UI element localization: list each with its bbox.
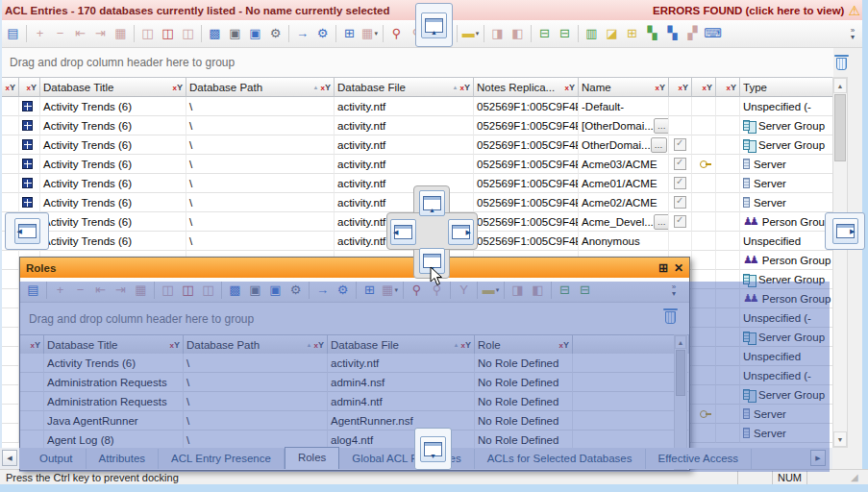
checkbox-checked[interactable] (674, 177, 686, 189)
remove-entry-icon[interactable]: − (50, 24, 70, 44)
export-icon[interactable]: → (292, 24, 312, 44)
flow-icon[interactable]: ▞ (682, 24, 703, 44)
checkbox-checked[interactable] (674, 196, 686, 209)
scroll-up-button[interactable]: ▲ (833, 78, 847, 93)
checkbox-view-icon[interactable]: ▦▾ (360, 24, 380, 44)
resize-grip[interactable]: ◢ (851, 471, 864, 484)
org-tree-icon[interactable]: ▚ (662, 24, 682, 44)
select-all-icon[interactable]: ▩ (205, 24, 225, 44)
database-properties-icon[interactable]: ▤ (3, 24, 23, 44)
cell-name: Acme_Devel...… (579, 212, 669, 232)
column-header-notes-replica[interactable]: Notes Replica...xY (474, 77, 579, 97)
toolbar-separator (335, 25, 336, 42)
cell-database-title: Activity Trends (6) (40, 97, 186, 116)
vertical-scrollbar[interactable]: ▲ ▼ (832, 77, 848, 448)
filter-icon[interactable]: xY (565, 83, 575, 92)
import-grid-icon[interactable]: ⊟ (534, 24, 555, 44)
refresh-grid-icon[interactable]: ⊟ (555, 24, 575, 44)
show-columns-icon[interactable]: ▥ (582, 24, 602, 44)
dock-guide-right[interactable]: ▶ (825, 212, 865, 250)
highlight-column-icon[interactable]: ◫ (158, 24, 178, 44)
cell-database-title: Activity Trends (6) (40, 135, 186, 155)
filter-icon[interactable]: xY (679, 83, 688, 92)
filter-icon[interactable]: xY (173, 83, 183, 92)
keyboard-icon[interactable]: ⌨ (703, 24, 723, 44)
checkbox-checked[interactable] (674, 215, 686, 228)
trash-icon[interactable] (834, 53, 849, 70)
cell-type: Server (740, 155, 833, 174)
column-header[interactable]: xY (692, 77, 716, 97)
ellipsis-button[interactable]: … (654, 214, 669, 230)
table-row[interactable]: Activity Trends (6)\activity.ntf052569F1… (1, 135, 833, 155)
shift-right-icon[interactable]: ⇥ (90, 24, 111, 44)
checkbox-checked[interactable] (674, 158, 686, 170)
freeze-right-column-icon[interactable]: ◫ (178, 24, 198, 44)
edit-cells-icon[interactable]: ◪ (602, 24, 622, 44)
dock-cross-right-button[interactable]: ▶ (448, 219, 474, 245)
close-icon[interactable]: ✕ (674, 261, 683, 275)
column-header[interactable]: xY (19, 77, 40, 97)
column-header-name[interactable]: NamexY (579, 77, 669, 97)
grid-settings-icon[interactable]: ⊞ (339, 24, 360, 44)
filter-icon[interactable]: xY (321, 83, 331, 92)
group-by-panel[interactable]: Drag and drop column header here to grou… (1, 48, 833, 77)
run-process-icon[interactable]: ⚙ (312, 24, 333, 44)
column-header[interactable]: xY (716, 77, 740, 97)
table-row[interactable]: Activity Trends (6)\activity.ntf052569F1… (1, 116, 833, 135)
select-related-icon[interactable]: ▦ (111, 24, 131, 44)
tab-scroll-left-button[interactable]: ◀ (2, 450, 17, 466)
toolbar-separator (484, 25, 484, 42)
dock-cross-up-button[interactable]: ▲ (419, 190, 445, 216)
cell-type: Server (740, 193, 833, 212)
cell-notes-icon[interactable]: ⊞ (622, 24, 642, 44)
ellipsis-button[interactable]: … (654, 118, 669, 134)
column-header-database-file[interactable]: Database File▲xY (335, 77, 474, 97)
window-frame-left (0, 0, 2, 492)
find-icon[interactable]: ⚲ (386, 24, 407, 44)
roles-window-title-bar[interactable]: Roles ⊞ ✕ (20, 258, 689, 278)
window-frame-bottom (0, 484, 868, 492)
column-header-type[interactable]: Type (740, 77, 833, 97)
table-row[interactable]: Activity Trends (6)\activity.ntf052569F1… (1, 97, 833, 116)
checkbox-checked[interactable] (674, 138, 686, 151)
dock-cross-left-button[interactable]: ◀ (390, 219, 416, 245)
notes-icon[interactable]: ▬▾ (460, 24, 481, 44)
page-title: ACL Entries - 170 databases currently li… (0, 5, 390, 16)
filter-icon[interactable]: xY (27, 83, 37, 92)
group-tree-icon[interactable]: ▚ (642, 24, 662, 44)
dock-guide-left[interactable]: ◀ (5, 212, 49, 250)
shift-left-icon[interactable]: ⇤ (70, 24, 90, 44)
cell-database-title: Activity Trends (6) (40, 193, 186, 212)
column-header-database-path[interactable]: Database Path▲xY (186, 77, 335, 97)
freeze-left-column-icon[interactable]: ◫ (137, 24, 158, 44)
cell-database-path: \ (186, 97, 335, 116)
column-header-database-title[interactable]: Database TitlexY (40, 77, 186, 97)
filter-icon[interactable]: xY (703, 83, 712, 92)
add-entry-icon[interactable]: + (30, 24, 50, 44)
warning-icon[interactable]: ⚠ (848, 4, 860, 17)
filter-icon[interactable]: xY (656, 83, 665, 92)
cell-name: Acme01/ACME (579, 174, 669, 193)
column-header[interactable]: xY (669, 77, 692, 97)
filter-icon[interactable]: xY (727, 83, 736, 92)
toolbar-overflow-button[interactable]: » ▾ (845, 27, 860, 40)
maximize-icon[interactable]: ⊞ (658, 261, 668, 275)
copy-options-icon[interactable]: ⚙ (265, 24, 285, 44)
dock-guide-bottom[interactable]: ▼ (414, 428, 452, 470)
ellipsis-button[interactable]: … (651, 137, 667, 153)
expand-view-icon[interactable]: ◨ (487, 24, 508, 44)
table-row[interactable]: Activity Trends (6)\activity.ntf052569F1… (1, 155, 833, 174)
scrollbar-thumb[interactable] (834, 94, 846, 161)
scroll-down-button[interactable]: ▼ (833, 431, 847, 447)
copy-table-icon[interactable]: ▣ (245, 24, 265, 44)
cell-name: [OtherDomai...… (579, 116, 669, 135)
dock-guide-top[interactable]: ▲ (415, 3, 453, 47)
filter-icon[interactable]: xY (6, 83, 15, 92)
cell-name: OtherDomai...… (579, 135, 669, 155)
cell-database-path: \ (186, 212, 335, 232)
errors-banner[interactable]: ERRORS FOUND (click here to view) (653, 5, 844, 16)
collapse-view-icon[interactable]: ◧ (508, 24, 528, 44)
filter-icon[interactable]: xY (460, 83, 470, 92)
column-header[interactable]: xY (1, 77, 19, 97)
copy-icon[interactable]: ▣ (225, 24, 245, 44)
